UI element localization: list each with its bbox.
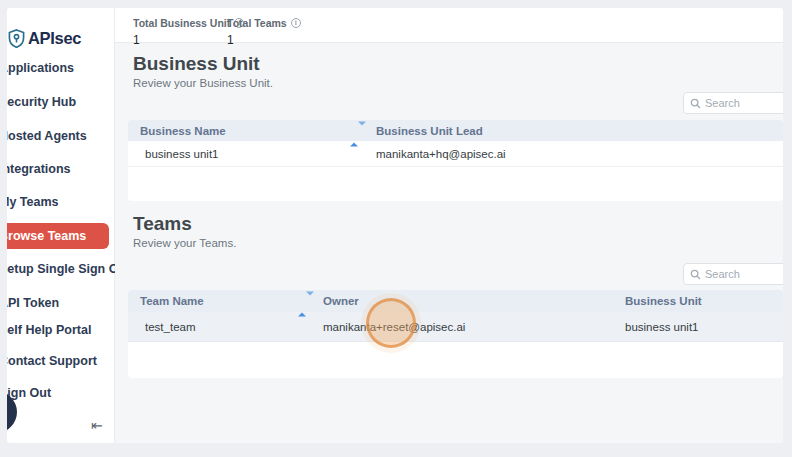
search-icon bbox=[690, 269, 701, 280]
column-header-team-name[interactable]: Team Name bbox=[128, 295, 323, 307]
logo-text: APIsec bbox=[28, 29, 81, 48]
cell-business-unit-lead: manikanta+hq@apisec.ai bbox=[376, 148, 783, 160]
sidebar-item-label: API Token bbox=[7, 296, 59, 310]
cell-team-name: test_team bbox=[128, 321, 323, 333]
section-title-business-unit: Business Unit bbox=[133, 53, 260, 75]
stats-topbar: Total Business Unit 1 Total Teams 1 bbox=[115, 8, 783, 43]
main-content: Total Business Unit 1 Total Teams 1 Busi… bbox=[115, 8, 783, 443]
section-subtitle: Review your Business Unit. bbox=[133, 77, 273, 89]
cell-owner: manikanta+reset@apisec.ai bbox=[323, 321, 625, 333]
table-row[interactable]: test_team manikanta+reset@apisec.ai busi… bbox=[128, 312, 783, 342]
table-header-row: Team Name Owner Business Unit bbox=[128, 290, 783, 312]
sidebar-item-label: Hosted Agents bbox=[7, 129, 87, 143]
cell-business-name: business unit1 bbox=[128, 148, 376, 160]
sidebar: APIsec Applications Security Hub Hosted … bbox=[7, 8, 115, 443]
app-window: APIsec Applications Security Hub Hosted … bbox=[7, 8, 783, 443]
stat-label: Total Business Unit bbox=[133, 17, 230, 29]
stat-value: 1 bbox=[227, 33, 301, 47]
column-header-business-unit[interactable]: Business Unit bbox=[625, 295, 783, 307]
search-icon bbox=[690, 98, 701, 109]
sidebar-item-label: Self Help Portal bbox=[7, 323, 91, 337]
sidebar-collapse-icon[interactable]: ⇤ bbox=[91, 417, 103, 433]
sort-icon[interactable] bbox=[350, 125, 358, 136]
business-unit-table: Business Name Business Unit Lead busines… bbox=[128, 120, 783, 201]
column-header-owner[interactable]: Owner bbox=[323, 295, 625, 307]
sidebar-item-label: Contact Support bbox=[7, 354, 97, 368]
info-icon[interactable] bbox=[291, 18, 301, 28]
stat-label: Total Teams bbox=[227, 17, 287, 29]
sidebar-item-label: Integrations bbox=[7, 162, 71, 176]
business-unit-search-box bbox=[683, 92, 783, 114]
sidebar-item-label: Applications bbox=[7, 61, 74, 75]
teams-table: Team Name Owner Business Unit test_team … bbox=[128, 290, 783, 378]
table-header-row: Business Name Business Unit Lead bbox=[128, 120, 783, 141]
sidebar-item-label: Sign Out bbox=[7, 386, 51, 400]
teams-search-box bbox=[683, 263, 783, 285]
sidebar-item-label: My Teams bbox=[7, 195, 59, 209]
table-row[interactable]: business unit1 manikanta+hq@apisec.ai bbox=[128, 141, 783, 167]
page-background: APIsec Applications Security Hub Hosted … bbox=[0, 0, 792, 457]
stat-total-teams: Total Teams 1 bbox=[227, 13, 301, 47]
sidebar-item-browse-teams[interactable]: Browse Teams bbox=[7, 223, 109, 249]
sort-icon[interactable] bbox=[298, 296, 306, 307]
section-subtitle: Review your Teams. bbox=[133, 237, 236, 249]
section-title-teams: Teams bbox=[133, 213, 192, 235]
cell-business-unit: business unit1 bbox=[625, 321, 783, 333]
sidebar-item-label: Security Hub bbox=[7, 95, 76, 109]
apisec-shield-icon bbox=[8, 29, 25, 48]
sidebar-item-label: Browse Teams bbox=[7, 229, 86, 243]
apisec-logo[interactable]: APIsec bbox=[8, 29, 81, 48]
sidebar-item-label: Setup Single Sign On bbox=[7, 262, 126, 276]
column-header-business-unit-lead[interactable]: Business Unit Lead bbox=[376, 125, 783, 137]
search-input[interactable] bbox=[705, 268, 775, 280]
search-input[interactable] bbox=[705, 97, 775, 109]
column-header-business-name[interactable]: Business Name bbox=[128, 125, 376, 137]
